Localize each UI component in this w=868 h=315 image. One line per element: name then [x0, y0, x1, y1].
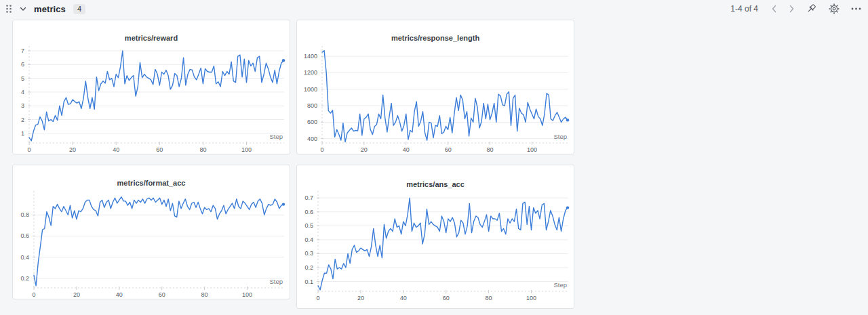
last-point-dot [566, 119, 569, 121]
y-tick-label: 0.7 [304, 194, 313, 201]
chevron-left-icon[interactable] [771, 5, 777, 13]
y-tick-label: 6 [21, 61, 24, 68]
x-tick-label: 40 [403, 146, 410, 153]
x-tick-label: 0 [316, 295, 319, 301]
y-tick-label: 800 [307, 102, 317, 109]
section-title[interactable]: metrics [34, 4, 66, 14]
x-tick-label: 100 [526, 295, 536, 301]
x-tick-label: 80 [487, 146, 494, 153]
x-tick-label: 80 [486, 295, 492, 301]
x-tick-label: 40 [116, 291, 123, 298]
x-tick-label: 0 [320, 146, 323, 153]
x-tick-label: 20 [361, 146, 368, 153]
last-point-dot [566, 206, 569, 209]
y-tick-label: 4 [21, 89, 24, 96]
y-tick-label: 7 [21, 47, 24, 54]
y-tick-label: 0.2 [304, 264, 313, 271]
x-tick-label: 0 [32, 291, 35, 298]
x-tick-label: 60 [445, 146, 452, 153]
y-tick-label: 0.6 [304, 209, 313, 215]
x-tick-label: 20 [73, 291, 80, 298]
y-tick-label: 0.6 [20, 232, 29, 239]
pin-icon[interactable] [806, 3, 817, 14]
y-tick-label: 400 [307, 135, 317, 142]
x-tick-label: 40 [400, 295, 407, 301]
chart-title: metrics/format_acc [117, 179, 186, 187]
y-tick-label: 1 [21, 130, 24, 137]
chart-title: metrics/reward [125, 34, 178, 42]
y-tick-label: 2 [21, 117, 24, 123]
y-tick-label: 3 [21, 102, 24, 109]
x-tick-label: 0 [27, 146, 31, 153]
x-tick-label: 60 [443, 295, 450, 301]
y-tick-label: 1000 [304, 86, 317, 93]
x-tick-label: 100 [527, 146, 537, 153]
panel-metrics-format-acc[interactable]: 0.20.40.60.8020406080100metrics/format_a… [12, 165, 290, 299]
y-tick-label: 0.3 [304, 250, 313, 257]
x-axis-label: Step [553, 133, 567, 140]
chart-title: metrics/ans_acc [406, 180, 465, 188]
x-axis-label: Step [553, 281, 567, 289]
last-point-dot [282, 59, 285, 62]
chart-metrics-ans-acc: 0.10.20.30.40.50.60.7020406080100metrics… [297, 165, 574, 308]
gear-icon[interactable] [829, 3, 840, 14]
last-point-dot [282, 203, 285, 205]
chevron-right-icon[interactable] [789, 5, 795, 13]
x-tick-label: 20 [69, 146, 76, 153]
series-line [34, 197, 283, 286]
y-tick-label: 0.8 [20, 211, 29, 218]
pagination-label: 1-4 of 4 [730, 4, 758, 14]
y-tick-label: 5 [21, 75, 24, 82]
x-tick-label: 60 [159, 291, 165, 298]
panel-grid: 1234567020406080100metrics/rewardStep 40… [12, 20, 857, 309]
panel-metrics-ans-acc[interactable]: 0.10.20.30.40.50.60.7020406080100metrics… [296, 165, 574, 309]
y-tick-label: 0.1 [304, 278, 313, 285]
section-header: metrics 4 1-4 of 4 [0, 0, 868, 16]
chart-metrics-reward: 1234567020406080100metrics/rewardStep [13, 20, 290, 154]
y-tick-label: 1200 [304, 69, 317, 76]
chart-metrics-format-acc: 0.20.40.60.8020406080100metrics/format_a… [13, 165, 290, 299]
ellipsis-icon[interactable] [851, 7, 861, 10]
drag-handle-icon[interactable] [5, 4, 12, 14]
panel-count-badge: 4 [73, 4, 85, 14]
x-tick-label: 40 [113, 146, 119, 153]
chart-metrics-response-length: 400600800100012001400020406080100metrics… [297, 20, 574, 154]
chart-title: metrics/response_length [391, 34, 479, 42]
y-tick-label: 0.5 [304, 222, 313, 229]
y-tick-label: 0.4 [20, 254, 29, 261]
x-tick-label: 80 [199, 146, 206, 153]
y-tick-label: 1400 [304, 53, 317, 60]
panel-metrics-reward[interactable]: 1234567020406080100metrics/rewardStep [12, 20, 290, 154]
panel-metrics-response-length[interactable]: 400600800100012001400020406080100metrics… [296, 20, 574, 154]
chevron-down-icon[interactable] [20, 7, 26, 12]
x-tick-label: 100 [242, 291, 252, 298]
x-tick-label: 80 [201, 291, 208, 298]
series-line [322, 51, 568, 142]
y-tick-label: 0.4 [304, 236, 313, 243]
x-tick-label: 100 [241, 146, 252, 153]
y-tick-label: 600 [307, 119, 317, 125]
x-tick-label: 20 [357, 295, 364, 301]
y-tick-label: 0.2 [20, 275, 29, 282]
x-axis-label: Step [269, 133, 283, 140]
x-axis-label: Step [269, 278, 283, 285]
x-tick-label: 60 [156, 146, 163, 153]
